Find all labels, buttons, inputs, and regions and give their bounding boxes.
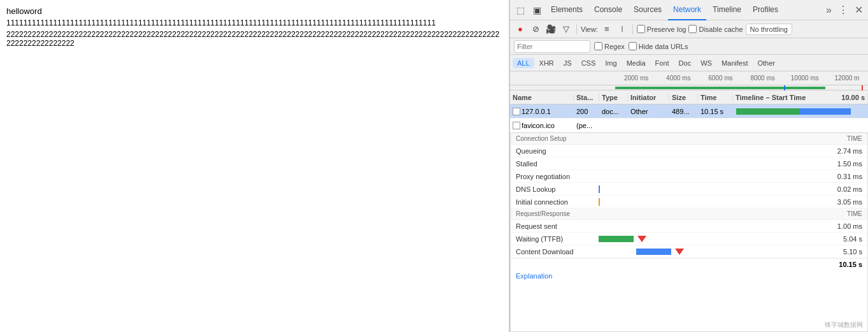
network-toolbar: ● ⊘ 🎥 ▽ View: ≡ ⁞ Preserve log Disable c… <box>510 20 868 38</box>
detail-row-request-sent: Request sent 1.00 ms <box>511 220 867 233</box>
total-value: 10.15 s <box>839 261 862 268</box>
detail-row-dns: DNS Lookup 0.02 ms <box>511 183 867 196</box>
camera-button[interactable]: 🎥 <box>544 23 557 36</box>
row2-status: (pe... <box>574 122 599 129</box>
blue-marker <box>784 85 785 90</box>
no-throttling-button[interactable]: No throttling <box>746 24 792 35</box>
initial-label: Initial connection <box>516 198 599 206</box>
green-progress-bar <box>615 87 825 89</box>
devtools-tab-bar: ⬚ ▣ Elements Console Sources Network Tim… <box>510 0 868 20</box>
tab-console[interactable]: Console <box>589 0 627 20</box>
th-status: Sta... <box>574 94 599 101</box>
type-btn-media[interactable]: Media <box>622 58 650 68</box>
regex-checkbox[interactable] <box>594 42 602 50</box>
hide-data-urls-checkbox[interactable] <box>629 42 637 50</box>
type-btn-css[interactable]: CSS <box>577 58 601 68</box>
row1-initiator: Other <box>628 108 669 115</box>
row1-green-bar <box>736 108 800 115</box>
hide-data-urls-label: Hide data URLs <box>639 43 688 50</box>
th-size: Size <box>669 94 698 101</box>
ttfb-bar <box>599 236 830 242</box>
detail-row-content-download: Content Download 5.10 s <box>511 245 867 258</box>
dns-value: 0.02 ms <box>830 185 862 193</box>
row1-timeline <box>733 105 868 119</box>
list-view-icon[interactable]: ≡ <box>601 23 613 36</box>
type-btn-ws[interactable]: WS <box>696 58 716 68</box>
time-6000: 6000 ms <box>699 75 741 82</box>
th-timeline-value: 10.00 s <box>841 94 865 101</box>
content-download-value: 5.10 s <box>830 248 862 256</box>
ttfb-arrow <box>637 236 646 242</box>
close-devtools-icon[interactable]: ✕ <box>852 4 865 16</box>
type-btn-img[interactable]: Img <box>601 58 621 68</box>
proxy-bar <box>599 173 830 180</box>
device-icon[interactable]: ▣ <box>529 3 544 18</box>
initial-value: 3.05 ms <box>830 198 862 206</box>
detail-row-queueing: Queueing 2.74 ms <box>511 145 867 157</box>
stop-button[interactable]: ⊘ <box>529 23 542 36</box>
queueing-indicator <box>599 147 600 155</box>
time-labels: 2000 ms 4000 ms 6000 ms 8000 ms 10000 ms… <box>510 75 868 82</box>
preserve-log-checkbox[interactable] <box>637 25 645 33</box>
row1-type: doc... <box>599 108 628 115</box>
preserve-log-group[interactable]: Preserve log <box>637 25 687 33</box>
filter-button[interactable]: ▽ <box>560 23 573 36</box>
type-btn-xhr[interactable]: XHR <box>535 58 559 68</box>
row1-size: 489... <box>669 108 698 115</box>
tab-timeline[interactable]: Timeline <box>708 0 746 20</box>
browser-content: helloword 111111111111111111111111111111… <box>0 0 509 332</box>
th-type: Type <box>599 94 628 101</box>
tab-profiles[interactable]: Profiles <box>748 0 783 20</box>
row1-icon <box>513 108 520 115</box>
th-timeline-label: Timeline – Start Time <box>736 94 806 101</box>
type-btn-other[interactable]: Other <box>753 58 779 68</box>
row1-status: 200 <box>574 108 599 115</box>
tab-sources[interactable]: Sources <box>629 0 667 20</box>
connection-setup-label: Connection Setup <box>516 135 567 142</box>
record-button[interactable]: ● <box>514 23 527 36</box>
stalled-bar <box>599 160 830 168</box>
type-btn-font[interactable]: Font <box>651 58 674 68</box>
inspect-icon[interactable]: ⬚ <box>513 3 528 18</box>
explanation-link[interactable]: Explanation <box>511 270 867 282</box>
row2-timeline <box>733 119 868 133</box>
time-4000: 4000 ms <box>657 75 699 82</box>
helloword-text: helloword <box>6 6 502 16</box>
type-btn-doc[interactable]: Doc <box>674 58 696 68</box>
row1-name: 127.0.0.1 <box>510 108 574 115</box>
connection-setup-header: Connection Setup TIME <box>511 133 867 145</box>
stalled-value: 1.50 ms <box>830 160 862 168</box>
th-initiator: Initiator <box>628 94 669 101</box>
time-12000: 12000 m <box>826 75 868 82</box>
timeline-bar-area <box>510 85 868 90</box>
type-btn-all[interactable]: ALL <box>513 58 534 68</box>
hide-data-urls-group[interactable]: Hide data URLs <box>629 42 688 50</box>
table-row[interactable]: favicon.ico (pe... <box>510 119 868 133</box>
filter-input[interactable] <box>514 40 590 53</box>
detail-total-row: 10.15 s <box>511 258 867 270</box>
line2-text: 2222222222222222222222222222222222222222… <box>6 30 502 48</box>
dns-bar <box>599 185 830 193</box>
tab-elements[interactable]: Elements <box>546 0 588 20</box>
tab-network[interactable]: Network <box>668 0 706 20</box>
type-btn-js[interactable]: JS <box>559 58 576 68</box>
more-tabs-icon[interactable]: » <box>823 4 834 16</box>
disable-cache-group[interactable]: Disable cache <box>688 25 743 33</box>
type-btn-manifest[interactable]: Manifest <box>717 58 753 68</box>
detail-row-stalled: Stalled 1.50 ms <box>511 157 867 170</box>
red-marker <box>862 85 863 90</box>
ttfb-value: 5.04 s <box>830 235 862 243</box>
row2-icon <box>513 122 520 129</box>
disable-cache-checkbox[interactable] <box>688 25 697 33</box>
ttfb-green-bar <box>599 236 634 242</box>
dns-indicator <box>599 185 600 193</box>
proxy-indicator <box>599 173 600 180</box>
settings-icon[interactable]: ⋮ <box>836 4 851 16</box>
stalled-indicator <box>599 160 600 168</box>
table-row[interactable]: 127.0.0.1 200 doc... Other 489... 10.15 … <box>510 105 868 119</box>
content-blue-bar <box>636 249 671 255</box>
regex-group[interactable]: Regex <box>594 42 625 50</box>
queueing-value: 2.74 ms <box>830 147 862 155</box>
tree-view-icon[interactable]: ⁞ <box>616 23 629 36</box>
detail-row-proxy: Proxy negotiation 0.31 ms <box>511 170 867 183</box>
